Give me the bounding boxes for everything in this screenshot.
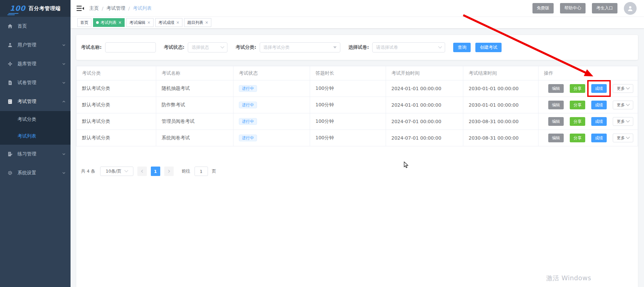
collapse-sidebar-icon[interactable] (77, 5, 84, 11)
close-tab-icon[interactable]: × (176, 21, 179, 25)
sidebar-item-question-bank[interactable]: 题库管理 (0, 55, 71, 73)
share-button[interactable]: 分享 (570, 117, 585, 126)
table-row: 默认考试分类 防作弊考试 进行中 100分钟 2024-01-01 00:00:… (77, 97, 638, 113)
share-button[interactable]: 分享 (570, 101, 585, 109)
exam-status-select[interactable]: 选择状态 (188, 42, 227, 52)
caret-down-icon (333, 46, 337, 48)
paper-select[interactable]: 请选择试卷 (372, 42, 445, 52)
sidebar-item-papers[interactable]: 试卷管理 (0, 73, 71, 92)
cell-duration: 100分钟 (310, 130, 386, 146)
edit-button[interactable]: 编辑 (548, 134, 564, 142)
chevron-down-icon (124, 169, 128, 172)
paper-select-label: 选择试卷: (348, 44, 369, 50)
score-button[interactable]: 成绩 (591, 134, 607, 142)
sidebar-item-exam-categories[interactable]: 考试分类 (0, 111, 71, 128)
status-badge: 进行中 (239, 85, 257, 92)
exam-table: 考试分类 考试名称 考试状态 答题时长 考试开始时间 考试结束时间 操作 默认考… (76, 66, 638, 146)
sidebar-item-exams[interactable]: 考试管理 (0, 92, 71, 111)
tab-exam-scores[interactable]: 考试成绩× (155, 18, 182, 27)
edit-button[interactable]: 编辑 (548, 117, 564, 126)
goto-label: 前往 (182, 168, 190, 174)
free-version-button[interactable]: 免费版 (532, 3, 554, 13)
edit-button[interactable]: 编辑 (548, 101, 564, 109)
cell-name: 管理员阅卷考试 (156, 113, 233, 130)
help-center-button[interactable]: 帮助中心 (560, 3, 586, 13)
share-button[interactable]: 分享 (570, 84, 585, 93)
table-row: 默认考试分类 管理员阅卷考试 进行中 100分钟 2024-07-01 00:0… (77, 113, 638, 130)
exam-category-select[interactable]: 选择考试分类 (260, 42, 340, 52)
breadcrumb-home[interactable]: 主页 (89, 5, 99, 11)
exam-icon (7, 99, 13, 104)
chevron-left-icon (140, 170, 144, 173)
sidebar-item-exam-list[interactable]: 考试列表 (0, 128, 71, 145)
score-button[interactable]: 成绩 (591, 84, 607, 93)
cell-end-time: 2030-01-01 00:00:00 (463, 97, 539, 113)
status-badge: 进行中 (239, 102, 257, 108)
goto-page-input[interactable] (195, 167, 208, 176)
avatar[interactable] (624, 2, 637, 15)
next-page-button[interactable] (164, 167, 174, 176)
cell-category: 默认考试分类 (77, 113, 156, 130)
breadcrumb-exam-list: 考试列表 (133, 5, 152, 11)
tab-question-list[interactable]: 题目列表× (184, 18, 211, 27)
cell-end-time: 2030-01-01 00:00:00 (463, 80, 539, 97)
exam-name-label: 考试名称: (81, 44, 102, 50)
share-button[interactable]: 分享 (570, 134, 585, 142)
home-icon (7, 24, 13, 29)
practice-icon (7, 151, 13, 157)
more-button[interactable]: 更多 (613, 101, 633, 109)
exam-category-label: 考试分类: (235, 44, 256, 50)
tab-home[interactable]: 首页 (77, 18, 91, 27)
tab-exam-edit[interactable]: 考试编辑× (126, 18, 154, 27)
search-button[interactable]: 查询 (453, 43, 471, 52)
close-tab-icon[interactable]: × (118, 21, 122, 25)
user-icon (7, 42, 13, 48)
cell-category: 默认考试分类 (77, 130, 156, 146)
exam-submenu: 考试分类 考试列表 (0, 111, 71, 145)
topbar-actions: 免费版 帮助中心 考生入口 (532, 2, 637, 15)
cell-category: 默认考试分类 (77, 80, 156, 97)
create-exam-button[interactable]: 创建考试 (475, 43, 502, 52)
sidebar-item-practice[interactable]: 练习管理 (0, 145, 71, 164)
prev-page-button[interactable] (137, 167, 147, 176)
more-button[interactable]: 更多 (613, 84, 633, 93)
sidebar-item-settings[interactable]: 系统设置 (0, 164, 71, 182)
close-tab-icon[interactable]: × (205, 21, 208, 25)
user-avatar-icon (627, 5, 634, 12)
chevron-up-icon (62, 100, 66, 104)
sidebar-item-home[interactable]: 首页 (0, 17, 71, 36)
header-exam-category: 考试分类 (77, 66, 156, 80)
app-title: 百分考管理端 (29, 5, 61, 12)
close-tab-icon[interactable]: × (147, 21, 151, 25)
chevron-down-icon (626, 119, 630, 122)
topbar: 主页 / 考试管理 / 考试列表 免费版 帮助中心 考生入口 (71, 0, 644, 17)
pagination: 共 4 条 10条/页 1 前往 页 (81, 167, 643, 176)
page-number-1[interactable]: 1 (151, 167, 160, 176)
score-button[interactable]: 成绩 (591, 101, 607, 109)
cell-name: 防作弊考试 (156, 97, 233, 113)
edit-button[interactable]: 编辑 (548, 84, 564, 93)
tags-view-bar: 首页 考试列表 × 考试编辑× 考试成绩× 题目列表× (71, 17, 644, 28)
examinee-portal-button[interactable]: 考生入口 (592, 3, 617, 13)
chevron-down-icon (62, 81, 66, 85)
score-button[interactable]: 成绩 (591, 117, 607, 126)
chevron-right-icon (167, 170, 171, 173)
sidebar-item-users[interactable]: 用户管理 (0, 36, 71, 55)
cell-category: 默认考试分类 (77, 97, 156, 113)
more-button[interactable]: 更多 (613, 134, 633, 142)
breadcrumb-exam-management[interactable]: 考试管理 (106, 5, 125, 11)
more-button[interactable]: 更多 (613, 117, 633, 126)
exam-name-input[interactable] (105, 42, 156, 52)
app-logo: 100 百分考管理端 (0, 0, 71, 17)
chevron-down-icon (62, 62, 66, 66)
cell-start-time: 2024-01-01 00:00:00 (386, 97, 463, 113)
tab-exam-list[interactable]: 考试列表 × (93, 18, 125, 27)
paper-icon (7, 80, 13, 85)
chevron-down-icon (62, 152, 66, 156)
chevron-down-icon (438, 45, 442, 48)
cell-duration: 100分钟 (310, 113, 386, 130)
page-size-select[interactable]: 10条/页 (100, 167, 133, 176)
cell-end-time: 2030-08-31 00:00:00 (463, 113, 539, 130)
header-exam-name: 考试名称 (156, 66, 233, 80)
cell-start-time: 2024-01-01 00:00:00 (386, 80, 463, 97)
